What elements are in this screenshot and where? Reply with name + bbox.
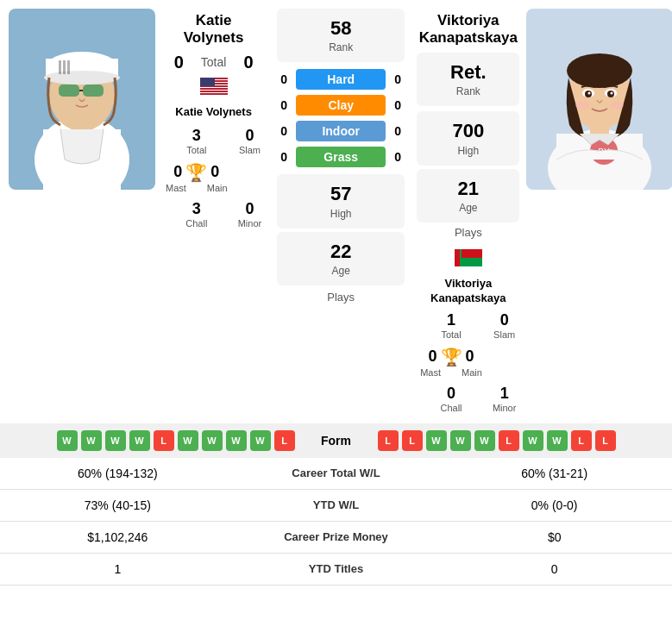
right-player-info: Viktoriya Kanapatskaya Ret. Rank 700 Hig… (413, 9, 523, 415)
right-player-name-bottom: Viktoriya Kanapatskaya (417, 277, 519, 306)
form-badge-l: L (154, 430, 174, 451)
left-slam-cell: 0 Slam (235, 125, 266, 157)
form-badge-w: W (523, 430, 543, 451)
form-badge-l: L (571, 430, 592, 451)
right-stats-grid: 1 Total 0 Slam 0 🏆 0 Mast Main (417, 310, 519, 415)
right-player-photo: BY (526, 9, 672, 190)
stat-left: $1,102,246 (0, 521, 236, 553)
right-mast-trophy: 0 🏆 0 Mast Main (417, 345, 486, 379)
svg-rect-10 (67, 60, 70, 74)
indoor-right-score: 0 (391, 124, 405, 138)
right-plays-label: Plays (455, 226, 482, 239)
left-total-cell: 3 Total (162, 125, 231, 157)
form-section: WWWWLWWWWL Form LLWWWLWWLL (0, 423, 672, 458)
stat-right: 0% (0-0) (436, 489, 672, 521)
clay-row: 0 Clay 0 (277, 95, 405, 116)
stat-left: 60% (194-132) (0, 458, 236, 490)
left-player-name-header: Katie Volynets (184, 12, 244, 47)
stat-left: 1 (0, 553, 236, 585)
form-badge-w: W (250, 430, 271, 451)
indoor-left-score: 0 (277, 124, 291, 138)
svg-point-7 (44, 71, 120, 85)
left-form-badges: WWWWLWWWWL (12, 430, 295, 451)
left-age-box: 22 Age (277, 232, 405, 285)
stat-right: $0 (436, 521, 672, 553)
court-buttons: 0 Hard 0 0 Clay 0 0 Indoor (277, 69, 405, 167)
left-player-info: Katie Volynets 0 Total 0 Katie Volynets … (159, 9, 268, 415)
form-badge-l: L (274, 430, 295, 451)
form-badge-w: W (450, 430, 471, 451)
svg-point-28 (575, 101, 589, 110)
svg-point-27 (611, 92, 613, 95)
form-badge-w: W (57, 430, 78, 451)
clay-left-score: 0 (277, 98, 291, 112)
left-high-box: 57 High (277, 174, 405, 228)
left-trophy-icon: 🏆 (185, 162, 207, 183)
hard-right-score: 0 (391, 72, 405, 86)
hard-left-score: 0 (277, 72, 291, 86)
indoor-label: Indoor (322, 124, 360, 138)
hard-label: Hard (327, 72, 355, 86)
right-slam-cell: 0 Slam (489, 310, 520, 341)
left-stats-grid: 3 Total 0 Slam 0 🏆 0 Mast Main (162, 125, 265, 230)
stat-label: Career Prize Money (236, 521, 437, 553)
right-rank-box: Ret. Rank (417, 53, 519, 106)
form-label: Form (302, 434, 371, 448)
stat-label: YTD Titles (236, 553, 437, 585)
form-badge-l: L (402, 430, 423, 451)
clay-button[interactable]: Clay (296, 95, 386, 116)
form-badge-w: W (202, 430, 223, 451)
grass-button[interactable]: Grass (296, 147, 386, 167)
clay-label: Clay (328, 98, 354, 112)
stats-row: 1 YTD Titles 0 (0, 553, 672, 585)
right-form-badges: LLWWWLWWLL (378, 430, 661, 451)
total-label-left: Total (201, 55, 227, 69)
right-total-score-mirror: 0 (243, 53, 253, 72)
form-badge-l: L (378, 430, 399, 451)
form-badge-w: W (81, 430, 102, 451)
stat-label: Career Total W/L (236, 458, 437, 490)
svg-point-29 (610, 101, 624, 110)
form-badge-w: W (226, 430, 247, 451)
main-container: Katie Volynets 0 Total 0 Katie Volynets … (0, 0, 672, 586)
grass-label: Grass (323, 150, 358, 164)
center-section: 58 Rank 0 Hard 0 0 Clay 0 (272, 9, 410, 415)
form-badge-w: W (426, 430, 447, 451)
hard-button[interactable]: Hard (296, 69, 386, 90)
form-badge-w: W (105, 430, 126, 451)
right-player-flag (455, 249, 482, 266)
svg-rect-11 (59, 85, 79, 97)
right-age-box: 21 Age (417, 169, 519, 222)
right-high-box: 700 High (417, 111, 519, 165)
right-total-cell: 1 Total (417, 310, 486, 341)
svg-rect-12 (83, 85, 104, 97)
svg-rect-9 (63, 60, 66, 74)
right-chall-cell: 0 Chall (417, 383, 486, 415)
left-player-photo (9, 9, 155, 190)
grass-left-score: 0 (277, 150, 291, 164)
left-chall-cell: 3 Chall (162, 198, 231, 230)
left-rank-box: 58 Rank (277, 9, 405, 62)
left-player-flag (200, 78, 228, 95)
indoor-button[interactable]: Indoor (296, 121, 386, 141)
form-badge-l: L (499, 430, 519, 451)
form-badge-w: W (178, 430, 198, 451)
right-trophy-icon: 🏆 (441, 347, 462, 367)
grass-row: 0 Grass 0 (277, 147, 405, 167)
stat-right: 0 (436, 553, 672, 585)
left-minor-cell: 0 Minor (235, 198, 266, 230)
grass-right-score: 0 (391, 150, 405, 164)
hard-row: 0 Hard 0 (277, 69, 405, 90)
left-total-score: 0 (174, 53, 184, 72)
stat-left: 73% (40-15) (0, 489, 236, 521)
stat-label: YTD W/L (236, 489, 437, 521)
svg-rect-8 (59, 60, 61, 74)
form-badge-l: L (595, 430, 616, 451)
indoor-row: 0 Indoor 0 (277, 121, 405, 141)
right-player-name-header: Viktoriya Kanapatskaya (419, 12, 518, 47)
stat-right: 60% (31-21) (436, 458, 672, 490)
svg-point-26 (588, 92, 591, 95)
right-minor-cell: 1 Minor (489, 383, 520, 415)
plays-label-center: Plays (327, 291, 355, 304)
form-badge-w: W (474, 430, 495, 451)
